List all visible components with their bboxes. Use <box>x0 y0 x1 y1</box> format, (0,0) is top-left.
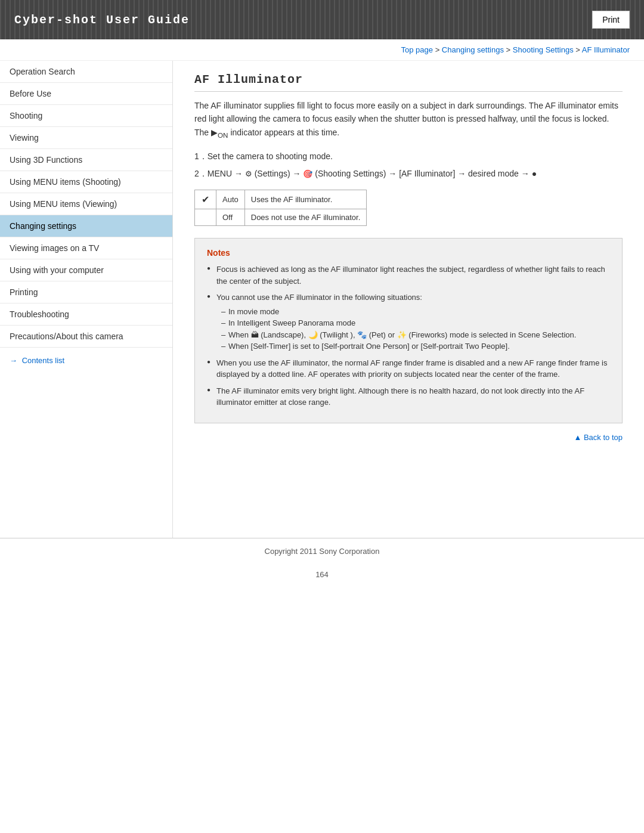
notes-list: Focus is achieved as long as the AF illu… <box>207 264 610 408</box>
page-title: AF Illuminator <box>194 73 623 92</box>
camera-icon: 🎯 <box>303 169 312 178</box>
steps-section: 1．Set the camera to shooting mode. 2．MEN… <box>194 150 623 180</box>
list-item: When you use the AF illuminator, the nor… <box>207 357 610 380</box>
arrow-right-icon: → <box>10 356 17 365</box>
sidebar-item-shooting[interactable]: Shooting <box>0 105 172 127</box>
back-to-top-link[interactable]: ▲ Back to top <box>574 433 623 442</box>
note-text-2: You cannot use the AF illuminator in the… <box>216 293 422 302</box>
sidebar-item-changing-settings[interactable]: Changing settings <box>0 215 172 237</box>
note-text-1: Focus is achieved as long as the AF illu… <box>216 265 605 286</box>
app-title: Cyber-shot User Guide <box>14 13 190 27</box>
sidebar-item-printing[interactable]: Printing <box>0 281 172 304</box>
main-layout: Operation Search Before Use Shooting Vie… <box>0 61 644 538</box>
sidebar-item-operation-search[interactable]: Operation Search <box>0 61 172 83</box>
note-text-4: The AF illuminator emits very bright lig… <box>216 386 584 407</box>
contents-list-anchor[interactable]: Contents list <box>22 356 65 365</box>
table-cell-mode-off: Off <box>216 209 245 226</box>
list-item: Focus is achieved as long as the AF illu… <box>207 264 610 287</box>
step-1: 1．Set the camera to shooting mode. <box>194 150 623 163</box>
dot-icon: ● <box>532 169 537 178</box>
table-cell-desc-off: Does not use the AF illuminator. <box>244 209 367 226</box>
list-item: In Intelligent Sweep Panorama mode <box>221 317 610 329</box>
note-text-3: When you use the AF illuminator, the nor… <box>216 358 607 379</box>
sidebar-item-before-use[interactable]: Before Use <box>0 83 172 105</box>
sidebar-item-using-3d[interactable]: Using 3D Functions <box>0 149 172 171</box>
settings-icon: ⚙ <box>245 169 252 178</box>
contents-list-link[interactable]: → Contents list <box>0 348 172 373</box>
sidebar-item-menu-viewing[interactable]: Using MENU items (Viewing) <box>0 193 172 215</box>
table-cell-icon-auto: ✔ <box>195 190 216 209</box>
notes-section: Notes Focus is achieved as long as the A… <box>194 238 623 423</box>
copyright-text: Copyright 2011 Sony Corporation <box>265 547 380 556</box>
sidebar-item-troubleshooting[interactable]: Troubleshooting <box>0 304 172 326</box>
sidebar-item-menu-shooting[interactable]: Using MENU items (Shooting) <box>0 171 172 193</box>
list-item: In movie mode <box>221 306 610 318</box>
list-item: The AF illuminator emits very bright lig… <box>207 385 610 408</box>
table-cell-icon-off <box>195 209 216 226</box>
breadcrumb-af-illuminator[interactable]: AF Illuminator <box>582 45 630 54</box>
triangle-up-icon: ▲ <box>574 433 583 442</box>
table-cell-mode-auto: Auto <box>216 190 245 209</box>
sidebar: Operation Search Before Use Shooting Vie… <box>0 61 173 538</box>
sidebar-item-viewing-tv[interactable]: Viewing images on a TV <box>0 237 172 259</box>
back-to-top-row: ▲ Back to top <box>194 423 623 447</box>
list-item: You cannot use the AF illuminator in the… <box>207 292 610 352</box>
step-2: 2．MENU → ⚙ (Settings) → 🎯 (Shooting Sett… <box>194 168 623 180</box>
sidebar-item-viewing[interactable]: Viewing <box>0 127 172 149</box>
sidebar-item-using-computer[interactable]: Using with your computer <box>0 259 172 281</box>
list-item: When [Self-Timer] is set to [Self-portra… <box>221 340 610 352</box>
print-button[interactable]: Print <box>592 11 630 29</box>
breadcrumb-changing-settings[interactable]: Changing settings <box>442 45 504 54</box>
table-row: ✔ Auto Uses the AF illuminator. <box>195 190 367 209</box>
page-number: 164 <box>0 564 644 585</box>
main-content: AF Illuminator The AF illuminator suppli… <box>173 61 644 538</box>
notes-title: Notes <box>207 248 610 258</box>
page-header: Cyber-shot User Guide Print <box>0 0 644 39</box>
breadcrumb: Top page > Changing settings > Shooting … <box>0 39 644 61</box>
intro-line-1: The AF illuminator supplies fill light t… <box>194 101 529 110</box>
breadcrumb-shooting-settings[interactable]: Shooting Settings <box>513 45 574 54</box>
back-to-top-label: Back to top <box>584 433 623 442</box>
sidebar-item-precautions[interactable]: Precautions/About this camera <box>0 326 172 348</box>
list-item: When 🏔 (Landscape), 🌙 (Twilight ), 🐾 (Pe… <box>221 329 610 341</box>
check-icon: ✔ <box>202 194 209 205</box>
table-row: Off Does not use the AF illuminator. <box>195 209 367 226</box>
intro-paragraph: The AF illuminator supplies fill light t… <box>194 99 623 141</box>
notes-sub-list: In movie mode In Intelligent Sweep Panor… <box>216 306 610 352</box>
breadcrumb-top-page[interactable]: Top page <box>401 45 434 54</box>
footer: Copyright 2011 Sony Corporation <box>0 538 644 564</box>
table-cell-desc-auto: Uses the AF illuminator. <box>244 190 367 209</box>
af-mode-table: ✔ Auto Uses the AF illuminator. Off Does… <box>194 190 367 226</box>
